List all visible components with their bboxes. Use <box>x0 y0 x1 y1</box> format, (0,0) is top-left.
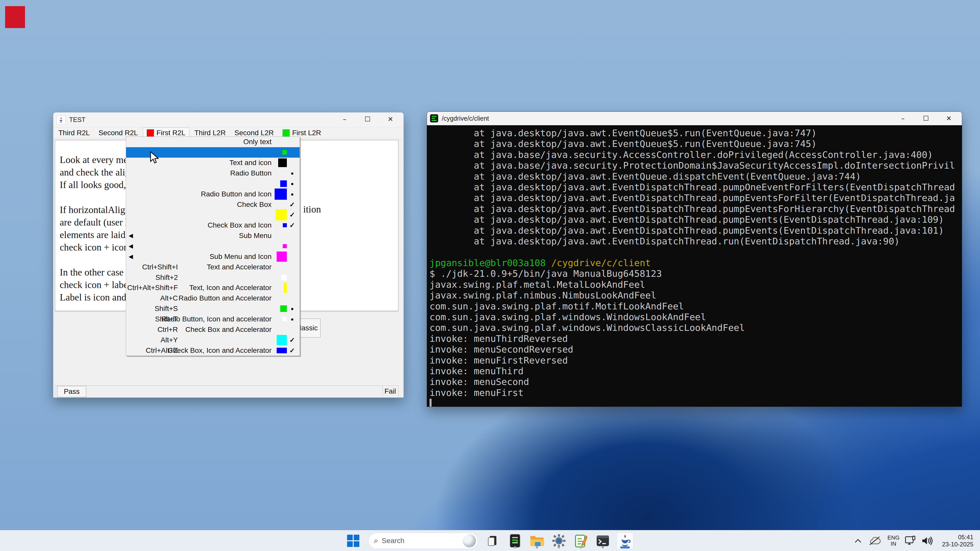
menu-color-icon <box>277 335 287 345</box>
menu-item-label: Sub Menu <box>239 232 272 240</box>
settings-button[interactable] <box>551 533 567 549</box>
red-marker <box>5 6 25 28</box>
menu-item-icon-only[interactable]: Alt+Y✓ <box>126 335 300 345</box>
menu-item-text-icon-and-accelerator[interactable]: Ctrl+Alt+Shift+FText, Icon and Accelerat… <box>126 283 300 293</box>
minimize-button[interactable]: – <box>333 113 356 126</box>
radio-mark-icon: ● <box>288 306 296 312</box>
terminal-titlebar[interactable]: /cygdrive/c/client – ☐ ✕ <box>427 112 962 125</box>
menu-item-icon-only[interactable]: ✓ <box>126 210 300 220</box>
terminal-line: invoke: menuSecondReversed <box>430 344 962 355</box>
search-icon: ⌕ <box>374 536 378 545</box>
bottom-strip: Pass Fail <box>55 386 398 398</box>
menu-item-radio-button-and-icon[interactable]: Radio Button and Icon● <box>126 189 300 199</box>
menu-color-icon <box>283 223 287 227</box>
menu-item-label: Text and Accelerator <box>207 263 272 271</box>
task-view-button[interactable] <box>485 533 501 549</box>
gear-icon <box>552 534 566 548</box>
terminal-icon <box>596 535 609 547</box>
document-text-fragment: ition <box>303 203 321 215</box>
menu-item-check-box[interactable]: Check Box✓ <box>126 199 300 210</box>
minimize-button[interactable]: – <box>891 112 915 125</box>
close-button[interactable]: ✕ <box>379 113 402 126</box>
terminal-line: javax.swing.plaf.nimbus.NimbusLookAndFee… <box>430 290 962 301</box>
tray-time: 05:41 <box>958 534 974 541</box>
tray-date: 23-10-2025 <box>942 541 974 548</box>
check-mark-icon: ✓ <box>288 336 296 344</box>
menu-item-label: Check Box, Icon and Accelerator <box>168 346 272 354</box>
terminal-line: at java.desktop/java.awt.EventDispatchTh… <box>430 236 962 247</box>
menu-accelerator: Ctrl+R <box>158 326 178 333</box>
menu-color-icon <box>275 189 287 200</box>
submenu-arrow-icon: ◀ <box>129 232 133 239</box>
menu-item-label: Check Box and Icon <box>207 221 272 229</box>
maximize-button[interactable]: ☐ <box>356 113 379 126</box>
search-highlight-image <box>463 534 476 548</box>
menu-item-sub-menu[interactable]: ◀Sub Menu <box>126 230 300 241</box>
hidden-icons-chevron[interactable] <box>851 539 865 543</box>
menubar-item-third-r2l[interactable]: Third R2L <box>55 128 94 138</box>
check-mark-icon: ✓ <box>288 200 296 208</box>
terminal-line: com.sun.java.swing.plaf.motif.MotifLookA… <box>430 301 962 312</box>
menu-item-radio-button-icon-and-accelerator[interactable]: Shift+TRadio Button, Icon and accelerato… <box>126 314 300 324</box>
terminal-line <box>430 247 962 257</box>
menu-color-icon <box>280 305 287 312</box>
menu-item-icon-only[interactable]: ◀ <box>126 241 300 251</box>
terminal-line: invoke: menuFirst <box>430 387 962 398</box>
menu-color-icon <box>281 275 287 280</box>
menu-item-label: Text and icon <box>229 159 272 167</box>
menu-color-icon <box>283 244 287 248</box>
file-explorer-button[interactable] <box>529 533 545 549</box>
java-app-button[interactable] <box>617 532 633 549</box>
clock[interactable]: 05:41 23-10-2025 <box>935 534 974 548</box>
radio-mark-icon: ● <box>288 181 296 186</box>
menu-item-label: Check Box and Accelerator <box>185 326 272 333</box>
terminal-window: /cygdrive/c/client – ☐ ✕ at java.desktop… <box>427 111 962 407</box>
menu-color-icon <box>284 283 287 293</box>
menu-item-label: Sub Menu and Icon <box>210 252 272 261</box>
menu-item-text-and-accelerator[interactable]: Ctrl+Shift+IText and Accelerator <box>126 262 300 272</box>
network-icon[interactable] <box>902 536 919 546</box>
terminal-line: jpgansible@blr003a108 /cygdrive/c/client <box>430 258 962 268</box>
pass-button[interactable]: Pass <box>57 386 86 397</box>
fail-button[interactable]: Fail <box>383 386 398 397</box>
volume-icon[interactable] <box>919 536 935 546</box>
menu-accelerator: Ctrl+Alt+Shift+F <box>127 284 178 292</box>
terminal-line: at java.desktop/java.awt.EventDispatchTh… <box>430 203 962 214</box>
start-button[interactable] <box>345 533 361 549</box>
maximize-button[interactable]: ☐ <box>915 112 937 125</box>
search-placeholder: Search <box>382 537 404 545</box>
menu-item-label: Only text <box>243 138 272 146</box>
menu-item-check-box-icon-and-accelerator[interactable]: Ctrl+Alt+ZCheck Box, Icon and Accelerato… <box>126 345 300 356</box>
menu-item-check-box-and-icon[interactable]: Check Box and Icon✓ <box>126 220 300 230</box>
menu-item-sub-menu-and-icon[interactable]: ◀Sub Menu and Icon <box>126 251 300 262</box>
command-terminal-button[interactable] <box>595 533 611 549</box>
menu-item-check-box-and-accelerator[interactable]: Ctrl+RCheck Box and Accelerator <box>126 324 300 335</box>
notepad-plus-plus-button[interactable] <box>573 533 589 549</box>
menubar-item-label: First R2L <box>156 129 186 137</box>
menu-item-icon-only[interactable]: Shift+S● <box>126 303 300 314</box>
menubar-item-label: First L2R <box>292 129 321 137</box>
first-r2l-popup-menu: Only textText and iconRadio Button●●Radi… <box>126 137 300 356</box>
menu-color-icon <box>283 129 290 137</box>
menu-color-icon <box>275 209 287 221</box>
language-indicator[interactable]: ENG IN <box>885 535 902 547</box>
terminal-line: at java.desktop/java.awt.EventDispatchTh… <box>430 192 962 203</box>
onedrive-paused-icon[interactable] <box>865 536 885 545</box>
menu-item-icon-only[interactable]: Shift+2 <box>126 272 300 283</box>
check-mark-icon: ✓ <box>288 346 296 354</box>
terminal-line: at java.base/java.security.ProtectionDom… <box>430 160 962 171</box>
menu-color-icon <box>280 180 287 187</box>
java-duke-icon <box>56 115 65 124</box>
terminal-output[interactable]: at java.desktop/java.awt.EventQueue$5.ru… <box>427 125 962 407</box>
terminal-line: at java.desktop/java.awt.EventQueue$5.ru… <box>430 138 962 149</box>
search-box[interactable]: ⌕ Search <box>369 533 478 549</box>
menu-item-only-text[interactable]: Only text <box>126 137 300 147</box>
test-titlebar[interactable]: TEST – ☐ ✕ <box>53 113 404 127</box>
menu-item-radio-button-and-accelerator[interactable]: Alt+CRadio Button and Accelerator <box>126 293 300 303</box>
document-text: Look at every mer and check the aligr If… <box>60 154 136 303</box>
cygwin-taskbar-button[interactable] <box>507 533 523 549</box>
close-button[interactable]: ✕ <box>937 112 960 125</box>
menu-item-icon-only[interactable]: ● <box>126 178 300 189</box>
menu-color-icon <box>147 129 154 137</box>
menu-item-radio-button[interactable]: Radio Button● <box>126 168 300 179</box>
